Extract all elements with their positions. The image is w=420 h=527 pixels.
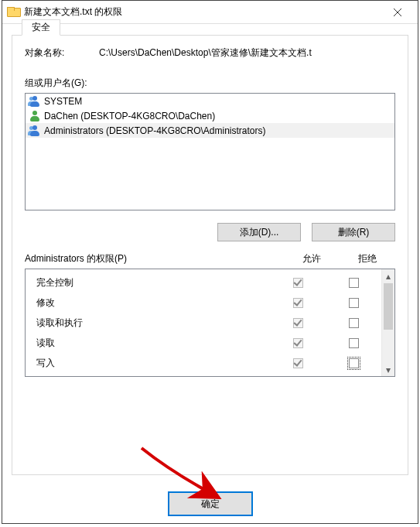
permissions-header: Administrators 的权限(P) 允许 拒绝 bbox=[25, 252, 395, 265]
folder-icon bbox=[7, 7, 19, 17]
deny-checkbox[interactable] bbox=[349, 298, 359, 308]
allow-cell bbox=[270, 358, 326, 368]
allow-checkbox[interactable] bbox=[293, 358, 303, 368]
list-item-label: SYSTEM bbox=[44, 96, 82, 107]
add-button[interactable]: 添加(D)... bbox=[217, 223, 301, 241]
allow-checkbox[interactable] bbox=[293, 318, 303, 328]
deny-checkbox[interactable] bbox=[349, 338, 359, 348]
permissions-rows: 完全控制修改读取和执行读取写入 bbox=[26, 269, 381, 376]
close-button[interactable] bbox=[382, 2, 413, 23]
tab-security[interactable]: 安全 bbox=[22, 19, 60, 36]
scroll-down-icon[interactable]: ▾ bbox=[382, 363, 394, 376]
tab-label: 安全 bbox=[32, 21, 50, 34]
col-deny-label: 拒绝 bbox=[340, 252, 395, 265]
deny-checkbox[interactable] bbox=[349, 358, 359, 368]
permission-name: 读取 bbox=[36, 337, 270, 350]
window-title: 新建文本文档.txt 的权限 bbox=[24, 5, 382, 19]
group-buttons-row: 添加(D)... 删除(R) bbox=[25, 223, 395, 241]
allow-checkbox[interactable] bbox=[293, 278, 303, 288]
remove-button[interactable]: 删除(R) bbox=[312, 223, 395, 241]
users-icon bbox=[29, 125, 41, 137]
allow-cell bbox=[270, 317, 326, 328]
allow-checkbox[interactable] bbox=[293, 338, 303, 348]
deny-checkbox[interactable] bbox=[349, 278, 359, 288]
allow-checkbox[interactable] bbox=[293, 298, 303, 308]
allow-cell bbox=[270, 277, 326, 288]
permission-row: 完全控制 bbox=[26, 272, 381, 293]
object-row: 对象名称: C:\Users\DaChen\Desktop\管家速修\新建文本文… bbox=[25, 46, 395, 60]
users-icon bbox=[29, 95, 41, 108]
groups-label: 组或用户名(G): bbox=[25, 77, 395, 90]
content-area: 安全 对象名称: C:\Users\DaChen\Desktop\管家速修\新建… bbox=[12, 35, 408, 475]
permission-row: 写入 bbox=[26, 353, 381, 373]
groups-listbox[interactable]: SYSTEMDaChen (DESKTOP-4KG8CRO\DaChen)Adm… bbox=[25, 93, 395, 210]
deny-cell bbox=[326, 317, 381, 328]
deny-cell bbox=[326, 297, 381, 308]
deny-cell bbox=[326, 337, 381, 348]
ok-button[interactable]: 确定 bbox=[169, 492, 252, 515]
security-panel: 对象名称: C:\Users\DaChen\Desktop\管家速修\新建文本文… bbox=[12, 36, 408, 385]
permission-row: 读取 bbox=[26, 333, 381, 353]
permission-name: 完全控制 bbox=[36, 276, 270, 289]
permissions-header-label: Administrators 的权限(P) bbox=[25, 252, 284, 265]
deny-cell bbox=[326, 277, 381, 288]
list-item[interactable]: SYSTEM bbox=[26, 94, 394, 108]
list-item-label: DaChen (DESKTOP-4KG8CRO\DaChen) bbox=[44, 111, 215, 121]
permissions-dialog: 新建文本文档.txt 的权限 安全 对象名称: C:\Users\DaChen\… bbox=[2, 0, 418, 524]
permission-name: 读取和执行 bbox=[36, 317, 270, 330]
permissions-scrollbar[interactable]: ▴ ▾ bbox=[381, 269, 394, 376]
allow-cell bbox=[270, 337, 326, 348]
dialog-buttons: 确定 bbox=[2, 492, 418, 515]
list-item-label: Administrators (DESKTOP-4KG8CRO\Administ… bbox=[44, 125, 266, 136]
user-icon bbox=[29, 110, 41, 122]
permission-name: 写入 bbox=[36, 357, 270, 370]
permission-row: 读取和执行 bbox=[26, 313, 381, 333]
permission-row: 修改 bbox=[26, 293, 381, 313]
object-path: C:\Users\DaChen\Desktop\管家速修\新建文本文档.t bbox=[99, 46, 395, 60]
permission-name: 修改 bbox=[36, 296, 270, 310]
permissions-listbox: 完全控制修改读取和执行读取写入 ▴ ▾ bbox=[25, 269, 395, 377]
deny-cell bbox=[326, 358, 381, 368]
list-item[interactable]: DaChen (DESKTOP-4KG8CRO\DaChen) bbox=[26, 108, 394, 123]
titlebar: 新建文本文档.txt 的权限 bbox=[2, 1, 418, 24]
allow-cell bbox=[270, 297, 326, 308]
list-item[interactable]: Administrators (DESKTOP-4KG8CRO\Administ… bbox=[26, 123, 394, 138]
deny-checkbox[interactable] bbox=[349, 318, 359, 328]
close-icon bbox=[394, 9, 401, 16]
object-label: 对象名称: bbox=[25, 46, 99, 60]
scroll-up-icon[interactable]: ▴ bbox=[382, 269, 394, 282]
col-allow-label: 允许 bbox=[284, 252, 340, 265]
scroll-thumb[interactable] bbox=[384, 283, 393, 330]
